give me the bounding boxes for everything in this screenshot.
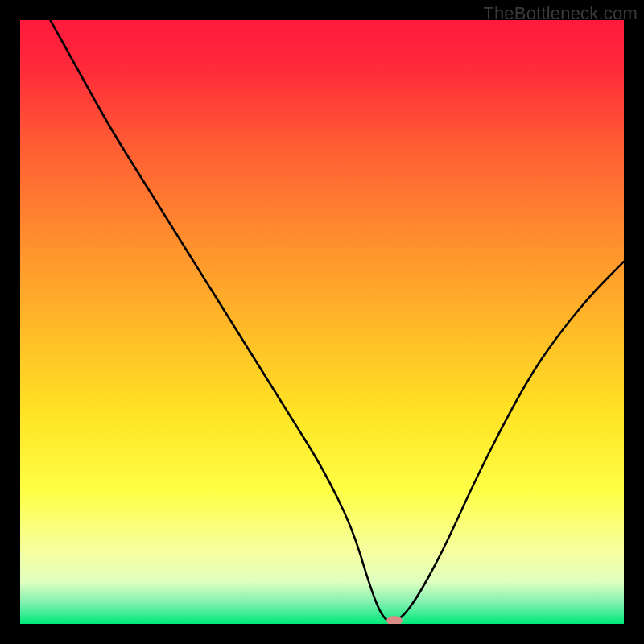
watermark-text: TheBottleneck.com	[483, 3, 638, 24]
chart-frame: TheBottleneck.com	[0, 0, 644, 644]
chart-svg	[20, 20, 624, 624]
plot-area	[20, 20, 624, 624]
chart-background	[20, 20, 624, 624]
